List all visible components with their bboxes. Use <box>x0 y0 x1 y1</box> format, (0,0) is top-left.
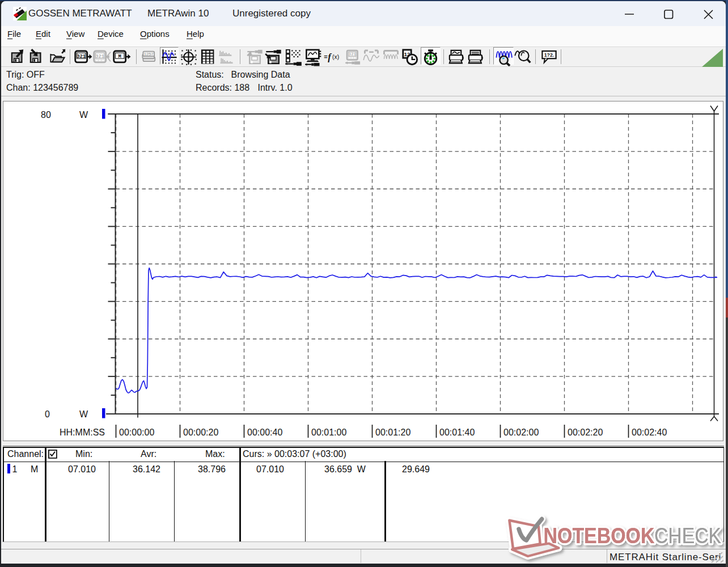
svg-text:CHECK: CHECK <box>654 523 721 548</box>
svg-text:NOTEBOOK: NOTEBOOK <box>544 523 655 548</box>
